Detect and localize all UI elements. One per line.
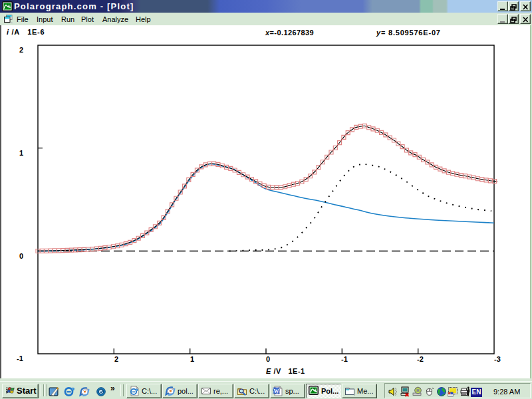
svg-text:W: W bbox=[274, 388, 279, 394]
